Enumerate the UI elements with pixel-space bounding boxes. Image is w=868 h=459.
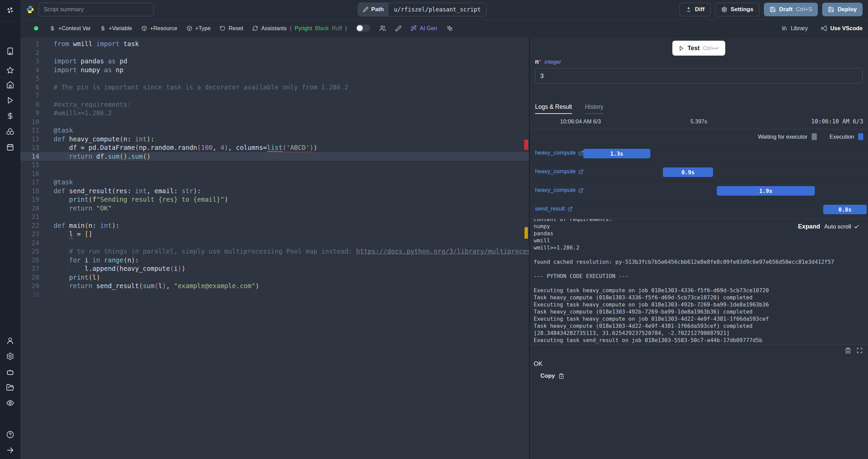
runs-play-icon[interactable] [6, 96, 14, 104]
add-type-button[interactable]: +Type [186, 25, 211, 32]
schedules-calendar-icon[interactable] [6, 143, 14, 151]
resources-boxes-icon[interactable] [6, 127, 14, 136]
clipboard-icon [558, 373, 564, 379]
line-number: 15 [20, 161, 45, 169]
code-line[interactable]: 23 l = [] [20, 230, 529, 239]
copy-button[interactable]: Copy [538, 372, 868, 380]
user-icon[interactable] [6, 337, 14, 345]
code-line[interactable]: 15 [20, 161, 529, 169]
autoscroll-toggle[interactable]: Auto scroll [824, 223, 859, 230]
result-toolbar [530, 345, 868, 356]
line-number: 9 [20, 109, 45, 118]
test-shortcut: Ctrl+↵ [703, 45, 719, 52]
windmill-logo-icon[interactable] [6, 6, 14, 14]
duration-bar: 1.3s [583, 149, 651, 158]
settings-button[interactable]: Settings [715, 3, 760, 16]
code-line[interactable]: 2 [20, 48, 529, 57]
code-line[interactable]: 19 print(f"Sending result {res} to {emai… [20, 195, 529, 204]
pencil-icon [363, 7, 368, 12]
error-marker [524, 140, 528, 150]
home-icon[interactable] [6, 81, 14, 89]
task-run-link[interactable]: heavy_compute [535, 168, 584, 175]
tab-history[interactable]: History [585, 103, 603, 114]
code-line[interactable]: 22def main(n: int): [20, 221, 529, 230]
code-line[interactable]: 9#wmill>=1.286.2 [20, 109, 529, 118]
run-start-time: 10:06:04 AM 6/3 [560, 118, 601, 125]
code-line[interactable]: 6# The pin is important since task is a … [20, 83, 529, 92]
timeline-legend: Waiting for executor Execution [530, 129, 868, 144]
legend-waiting-swatch [812, 133, 817, 140]
draft-button[interactable]: Draft Ctrl+S [764, 3, 818, 16]
ai-sparkles-icon[interactable] [447, 25, 453, 32]
add-context-var-button[interactable]: +Context Var [50, 25, 91, 32]
deploy-button[interactable]: Deploy [822, 3, 863, 16]
variables-dollar-icon[interactable] [6, 112, 14, 120]
library-button[interactable]: Library [782, 25, 808, 32]
ai-gen-button[interactable]: AI Gen [411, 25, 437, 32]
code-line[interactable]: 27 l.append(heavy_compute(i)) [20, 264, 529, 273]
copy-result-icon[interactable] [845, 347, 851, 354]
workers-robot-icon[interactable] [6, 368, 14, 376]
code-line[interactable]: 29 return send_result(sum(l), "example@e… [20, 282, 529, 291]
help-icon[interactable] [6, 431, 14, 439]
add-variable-button[interactable]: +Variable [100, 25, 132, 32]
use-vscode-button[interactable]: Use VScode [821, 25, 863, 32]
task-run-link[interactable]: send_result [535, 205, 573, 212]
line-number: 5 [20, 74, 45, 83]
overview-ruler[interactable] [524, 37, 529, 459]
argument-n-input[interactable] [535, 68, 863, 84]
code-line[interactable]: 24 [20, 239, 529, 247]
code-line[interactable]: 20 return "OK" [20, 204, 529, 213]
code-line[interactable]: 4import numpy as np [20, 66, 529, 75]
code-line[interactable]: 10 [20, 118, 529, 126]
collapse-sidebar-arrow-icon[interactable] [6, 446, 14, 454]
folders-icon[interactable] [6, 383, 14, 392]
code-line[interactable]: 11@task [20, 126, 529, 135]
code-line[interactable]: 3import pandas as pd [20, 57, 529, 66]
workspace-icon[interactable] [6, 47, 14, 55]
code-line[interactable]: 25 # to run things in parallel, simply u… [20, 247, 529, 256]
favorites-star-icon[interactable] [6, 66, 14, 74]
fullscreen-result-icon[interactable] [856, 347, 863, 354]
assistants-button[interactable]: Assistants (Pyright Black Ruff) [252, 25, 347, 32]
expand-logs-button[interactable]: Expand [798, 223, 820, 230]
task-run-link[interactable]: heavy_compute [535, 149, 584, 156]
assistant-toggle[interactable] [356, 24, 370, 32]
code-line[interactable]: 8#extra_requirements: [20, 100, 529, 109]
multiplayer-users-icon[interactable] [379, 25, 386, 32]
tab-logs-result[interactable]: Logs & Result [535, 103, 572, 114]
code-line[interactable]: 21 [20, 213, 529, 221]
path-button[interactable]: Path u/rfiszel/pleasant_script [358, 3, 487, 16]
assistant-black-label: Black [315, 25, 329, 32]
code-line[interactable]: 13 df = pd.DataFrame(np.random.randn(100… [20, 143, 529, 152]
format-brush-icon[interactable] [395, 25, 401, 32]
code-line[interactable]: 30 [20, 291, 529, 299]
code-line[interactable]: 14 return df.sum().sum() [20, 152, 529, 161]
reset-button[interactable]: Reset [220, 25, 243, 32]
audit-eye-icon[interactable] [6, 399, 14, 407]
log-viewer[interactable]: content of requirements: numpy pandas wm… [530, 219, 868, 345]
argument-type: integer [545, 59, 561, 65]
script-summary-input[interactable] [39, 3, 154, 16]
code-line[interactable]: 12def heavy_compute(n: int): [20, 135, 529, 144]
code-line[interactable]: 17@task [20, 178, 529, 187]
line-number: 25 [20, 247, 45, 256]
line-number: 27 [20, 264, 45, 273]
test-button[interactable]: Test Ctrl+↵ [672, 41, 725, 56]
code-editor[interactable]: 1from wmill import task23import pandas a… [20, 37, 529, 459]
diff-button[interactable]: Diff [679, 3, 711, 16]
code-line[interactable]: 28 print(l) [20, 273, 529, 282]
line-number: 21 [20, 213, 45, 221]
code-line[interactable]: 1from wmill import task [20, 40, 529, 48]
settings-gear-icon[interactable] [6, 352, 14, 360]
code-line[interactable]: 16 [20, 169, 529, 178]
task-run-link[interactable]: heavy_compute [535, 187, 584, 194]
code-line[interactable]: 5 [20, 74, 529, 83]
code-line[interactable]: 26 for i in range(n): [20, 256, 529, 265]
python-language-icon [26, 5, 35, 14]
play-icon [678, 45, 684, 51]
code-line[interactable]: 7 [20, 92, 529, 100]
add-resource-button[interactable]: +Resource [141, 25, 177, 32]
line-number: 6 [20, 83, 45, 92]
code-line[interactable]: 18def send_result(res: int, email: str): [20, 187, 529, 196]
